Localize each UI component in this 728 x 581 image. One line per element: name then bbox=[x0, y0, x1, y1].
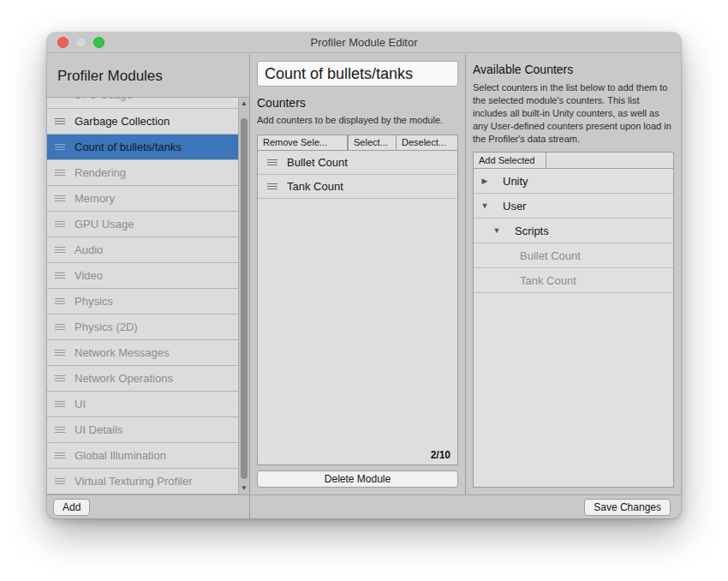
chevron-down-icon[interactable]: ▼ bbox=[480, 201, 489, 210]
module-row[interactable]: Physics bbox=[47, 289, 238, 314]
module-row[interactable]: Global Illumination bbox=[47, 443, 238, 469]
drag-handle-icon[interactable] bbox=[55, 221, 65, 227]
drag-handle-icon[interactable] bbox=[267, 183, 277, 189]
available-counters-title: Available Counters bbox=[473, 61, 674, 76]
module-row[interactable]: Audio bbox=[47, 237, 238, 263]
drag-handle-icon[interactable] bbox=[55, 324, 65, 330]
drag-handle-icon[interactable] bbox=[55, 401, 65, 407]
available-counters-tree: ▶Unity ▼User ▼Scripts Bullet Count Tank … bbox=[473, 169, 674, 488]
tree-item-counter[interactable]: Bullet Count bbox=[474, 243, 673, 268]
drag-handle-icon[interactable] bbox=[55, 118, 65, 124]
drag-handle-icon[interactable] bbox=[55, 298, 65, 304]
modules-scrollbar[interactable]: ▲ ▼ bbox=[238, 98, 249, 494]
drag-handle-icon[interactable] bbox=[267, 159, 277, 165]
module-row[interactable]: UI Details bbox=[47, 417, 238, 443]
module-row[interactable]: Video bbox=[47, 263, 238, 289]
module-row[interactable]: Memory bbox=[47, 186, 238, 212]
module-counters-list: Bullet Count Tank Count 2/10 bbox=[257, 151, 458, 465]
remove-selected-button[interactable]: Remove Sele... bbox=[258, 135, 347, 150]
module-row[interactable]: Network Messages bbox=[47, 340, 238, 366]
add-module-button[interactable]: Add bbox=[53, 499, 90, 516]
available-counters-toolbar: Add Selected bbox=[473, 152, 674, 169]
available-counters-description: Select counters in the list below to add… bbox=[473, 81, 674, 146]
window-title: Profiler Module Editor bbox=[47, 36, 681, 49]
counter-row[interactable]: Bullet Count bbox=[258, 151, 457, 175]
drag-handle-icon[interactable] bbox=[55, 273, 65, 279]
tree-item-counter[interactable]: Tank Count bbox=[474, 268, 673, 293]
module-row[interactable]: GPU Usage bbox=[47, 212, 238, 237]
module-row[interactable]: Rendering bbox=[47, 160, 238, 186]
delete-module-button[interactable]: Delete Module bbox=[257, 470, 458, 488]
profiler-modules-panel: Profiler Modules CPU Usage Garbage Colle… bbox=[47, 54, 250, 494]
counters-section-title: Counters bbox=[257, 96, 458, 110]
select-all-button[interactable]: Select... bbox=[347, 135, 396, 150]
module-row[interactable]: Virtual Texturing Profiler bbox=[47, 469, 238, 494]
modules-panel-title: Profiler Modules bbox=[47, 54, 249, 95]
drag-handle-icon[interactable] bbox=[55, 427, 65, 433]
counters-toolbar: Remove Sele... Select... Deselect... bbox=[257, 135, 458, 151]
drag-handle-icon[interactable] bbox=[55, 247, 65, 253]
scroll-down-icon[interactable]: ▼ bbox=[239, 482, 249, 494]
profiler-module-editor-window: Profiler Module Editor Profiler Modules … bbox=[47, 33, 681, 518]
counter-count-indicator: 2/10 bbox=[431, 449, 451, 461]
deselect-all-button[interactable]: Deselect... bbox=[396, 135, 457, 150]
module-row[interactable]: UI bbox=[47, 392, 238, 417]
drag-handle-icon[interactable] bbox=[55, 144, 65, 150]
chevron-down-icon[interactable]: ▼ bbox=[492, 226, 501, 235]
module-name-input[interactable] bbox=[257, 61, 458, 87]
available-counters-panel: Available Counters Select counters in th… bbox=[466, 54, 681, 494]
chevron-right-icon[interactable]: ▶ bbox=[480, 177, 489, 185]
save-changes-button[interactable]: Save Changes bbox=[584, 499, 671, 516]
tree-item-user[interactable]: ▼User bbox=[474, 194, 673, 219]
module-row[interactable]: Garbage Collection bbox=[47, 109, 238, 135]
tree-item-scripts[interactable]: ▼Scripts bbox=[474, 219, 673, 243]
drag-handle-icon[interactable] bbox=[55, 452, 65, 458]
module-row-selected[interactable]: Count of bullets/tanks bbox=[47, 135, 238, 160]
drag-handle-icon[interactable] bbox=[55, 350, 65, 356]
scroll-up-icon[interactable]: ▲ bbox=[239, 98, 249, 110]
modules-list: CPU Usage Garbage Collection Count of bu… bbox=[47, 97, 249, 494]
module-row[interactable]: Network Operations bbox=[47, 366, 238, 392]
footer-bar: Add Save Changes bbox=[47, 494, 681, 518]
title-bar: Profiler Module Editor bbox=[47, 33, 681, 53]
module-editor-panel: Counters Add counters to be displayed by… bbox=[250, 54, 466, 494]
scrollbar-thumb[interactable] bbox=[241, 118, 248, 479]
drag-handle-icon[interactable] bbox=[55, 170, 65, 176]
drag-handle-icon[interactable] bbox=[55, 375, 65, 381]
counter-row[interactable]: Tank Count bbox=[258, 175, 457, 199]
drag-handle-icon[interactable] bbox=[55, 195, 65, 201]
module-row[interactable]: Physics (2D) bbox=[47, 314, 238, 340]
tree-item-unity[interactable]: ▶Unity bbox=[474, 169, 673, 194]
add-selected-button[interactable]: Add Selected bbox=[474, 153, 546, 168]
drag-handle-icon[interactable] bbox=[55, 478, 65, 484]
module-row-clipped[interactable]: CPU Usage bbox=[47, 98, 238, 109]
counters-section-description: Add counters to be displayed by the modu… bbox=[257, 114, 458, 127]
